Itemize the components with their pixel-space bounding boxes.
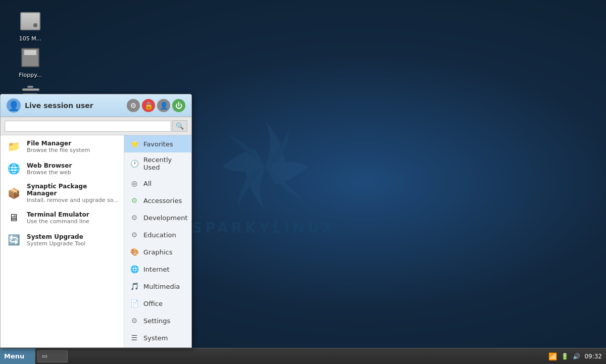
cat-label-recently-used: Recently Used: [143, 156, 186, 171]
cat-item-favorites[interactable]: ⭐ Favorites: [124, 135, 191, 152]
exit-button[interactable]: ⏻: [172, 99, 185, 112]
cat-label-development: Development: [143, 214, 188, 222]
cat-label-graphics: Graphics: [143, 248, 172, 256]
office-icon: 📄: [129, 298, 139, 308]
cat-label-all: All: [143, 180, 152, 187]
search-button[interactable]: 🔍: [172, 120, 187, 132]
clock: 09:32: [584, 353, 602, 360]
wifi-icon: 📶: [548, 352, 557, 360]
cat-label-system: System: [143, 334, 168, 342]
search-input[interactable]: [5, 121, 171, 132]
sysupgrade-icon: 🔄: [6, 232, 22, 248]
battery-icon: 🔋: [561, 353, 569, 360]
app-item-synaptic[interactable]: 📦 Synaptic Package Manager Install, remo…: [1, 180, 124, 206]
menu-button[interactable]: Menu: [0, 348, 35, 364]
cat-item-development[interactable]: ⚙ Development: [124, 209, 191, 226]
menu-header: 👤 Live session user ⚙ 🔒 👤 ⏻: [1, 94, 191, 117]
app-item-sysupgrade[interactable]: 🔄 System Upgrade System Upgrade Tool: [1, 229, 124, 251]
cat-item-system[interactable]: ☰ System: [124, 329, 191, 346]
floppy-label: Floppy...: [19, 72, 42, 78]
window-icon: ▭: [42, 353, 47, 359]
cat-label-favorites: Favorites: [143, 140, 173, 148]
app-item-terminal[interactable]: 🖥 Terminal Emulator Use the command line: [1, 206, 124, 229]
app-item-web-browser[interactable]: 🌐 Web Browser Browse the web: [1, 158, 124, 180]
user-button[interactable]: 👤: [157, 99, 170, 112]
system-tray: 📶 🔋 🔊 09:32: [548, 352, 606, 360]
cat-item-recently-used[interactable]: 🕐 Recently Used: [124, 152, 191, 175]
floppy-icon: [18, 45, 42, 70]
file-manager-icon: 📁: [6, 138, 22, 154]
cat-label-education: Education: [143, 231, 176, 239]
taskbar-window[interactable]: ▭: [37, 350, 68, 362]
all-icon: ◎: [129, 178, 139, 188]
app-desc-terminal: Use the command line: [27, 218, 89, 225]
settings-cat-icon: ⚙: [129, 316, 139, 326]
taskbar: Menu ▭ 📶 🔋 🔊 09:32: [0, 348, 606, 364]
sparky-text-label: SPARKYLINUX: [192, 220, 336, 236]
cat-item-settings[interactable]: ⚙ Settings: [124, 312, 191, 329]
cat-label-settings: Settings: [143, 317, 170, 325]
app-name-sysupgrade: System Upgrade: [27, 233, 85, 240]
hdd-icon: [18, 9, 42, 33]
web-browser-icon: 🌐: [6, 161, 22, 177]
start-menu: 👤 Live session user ⚙ 🔒 👤 ⏻ 🔍 📁 File Man: [0, 94, 192, 348]
synaptic-icon: 📦: [6, 185, 22, 201]
sparky-logo: [210, 111, 321, 222]
development-icon: ⚙: [129, 213, 139, 223]
cat-label-accessories: Accessories: [143, 197, 182, 204]
recently-used-icon: 🕐: [129, 159, 139, 169]
accessories-icon: ⚙: [129, 195, 139, 205]
cat-item-multimedia[interactable]: 🎵 Multimedia: [124, 278, 191, 295]
cat-item-all[interactable]: ◎ All: [124, 175, 191, 192]
cat-item-office[interactable]: 📄 Office: [124, 295, 191, 312]
hdd-label: 105 M...: [19, 35, 41, 42]
user-name: Live session user: [25, 101, 123, 110]
volume-icon: 🔊: [573, 353, 580, 360]
cat-item-accessories[interactable]: ⚙ Accessories: [124, 192, 191, 209]
avatar: 👤: [7, 98, 21, 113]
settings-button[interactable]: ⚙: [127, 99, 140, 112]
cat-label-internet: Internet: [143, 266, 170, 273]
app-desc-web-browser: Browse the web: [27, 169, 72, 176]
cat-label-multimedia: Multimedia: [143, 283, 180, 290]
menu-body: 📁 File Manager Browse the file system 🌐 …: [1, 135, 191, 347]
app-name-synaptic: Synaptic Package Manager: [27, 183, 119, 197]
cat-item-education[interactable]: ⚙ Education: [124, 226, 191, 243]
education-icon: ⚙: [129, 230, 139, 240]
internet-icon: 🌐: [129, 264, 139, 274]
apps-panel: 📁 File Manager Browse the file system 🌐 …: [1, 135, 124, 347]
cat-item-graphics[interactable]: 🎨 Graphics: [124, 243, 191, 261]
cat-label-office: Office: [143, 300, 163, 307]
cat-item-internet[interactable]: 🌐 Internet: [124, 261, 191, 278]
app-item-file-manager[interactable]: 📁 File Manager Browse the file system: [1, 135, 124, 158]
app-desc-sysupgrade: System Upgrade Tool: [27, 240, 85, 247]
categories-panel: ⭐ Favorites 🕐 Recently Used ◎ All ⚙ Acce…: [124, 135, 191, 347]
search-bar: 🔍: [1, 117, 191, 135]
desktop-icon-floppy[interactable]: Floppy...: [10, 45, 50, 78]
app-name-file-manager: File Manager: [27, 140, 90, 147]
app-name-web-browser: Web Browser: [27, 162, 72, 169]
app-name-terminal: Terminal Emulator: [27, 211, 89, 218]
system-icon: ☰: [129, 333, 139, 343]
multimedia-icon: 🎵: [129, 281, 139, 291]
graphics-icon: 🎨: [129, 247, 139, 257]
app-desc-file-manager: Browse the file system: [27, 147, 90, 153]
desktop-icon-hdd[interactable]: 105 M...: [10, 9, 50, 42]
favorites-icon: ⭐: [129, 139, 139, 149]
desktop: SPARKYLINUX 105 M... Floppy... Trash 👤 L…: [0, 0, 606, 364]
app-desc-synaptic: Install, remove and upgrade so...: [27, 197, 119, 203]
header-icons: ⚙ 🔒 👤 ⏻: [127, 99, 185, 112]
lock-button[interactable]: 🔒: [142, 99, 155, 112]
terminal-icon: 🖥: [6, 210, 22, 226]
